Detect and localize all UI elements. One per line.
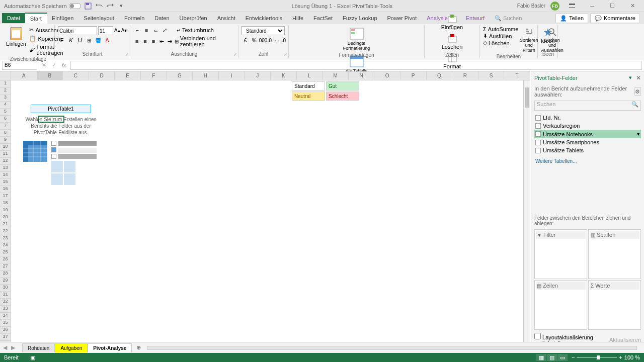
view-normal-icon[interactable]: ▦ <box>536 354 546 361</box>
enter-formula-icon[interactable]: ✓ <box>49 61 58 70</box>
row-header[interactable]: 11 <box>0 151 11 158</box>
tab-einfuegen[interactable]: Einfügen <box>47 13 78 23</box>
tab-seitenlayout[interactable]: Seitenlayout <box>78 13 119 23</box>
fx-icon[interactable]: fx <box>59 61 68 70</box>
col-header[interactable]: F <box>141 71 167 80</box>
insert-cells-button[interactable]: Einfügen <box>428 13 476 31</box>
paste-button[interactable]: Einfügen <box>5 26 27 48</box>
number-launcher-icon[interactable]: ⤢ <box>284 52 287 57</box>
font-name-select[interactable] <box>58 26 97 35</box>
increase-font-icon[interactable]: A▴ <box>114 26 120 34</box>
align-launcher-icon[interactable]: ⤢ <box>233 52 237 57</box>
tab-powerpivot[interactable]: Power Pivot <box>382 13 422 23</box>
row-header[interactable]: 13 <box>0 165 11 172</box>
close-button[interactable]: ✕ <box>625 1 640 11</box>
filter-area[interactable]: ▼ Filter <box>534 229 587 279</box>
col-header[interactable]: K <box>271 71 297 80</box>
add-sheet-icon[interactable]: ⊕ <box>134 343 143 352</box>
row-header[interactable]: 4 <box>0 102 11 109</box>
cancel-formula-icon[interactable]: ✕ <box>39 61 48 70</box>
sheet-tab-aufgaben[interactable]: Aufgaben <box>55 343 88 352</box>
tab-ueberpruefen[interactable]: Überprüfen <box>175 13 212 23</box>
row-header[interactable]: 33 <box>0 306 11 313</box>
align-top-icon[interactable]: ⌐ <box>133 26 141 34</box>
user-avatar[interactable]: FB <box>550 2 559 11</box>
orientation-icon[interactable]: ⤢ <box>160 26 169 34</box>
rows-area[interactable]: ▤ Zeilen <box>534 280 587 330</box>
row-header[interactable]: 29 <box>0 278 11 285</box>
view-break-icon[interactable]: ▭ <box>557 354 568 361</box>
sheet-tab-rohdaten[interactable]: Rohdaten <box>22 343 55 352</box>
pane-close-icon[interactable]: ✕ <box>636 74 641 81</box>
col-header[interactable]: G <box>167 71 193 80</box>
row-header[interactable]: 8 <box>0 130 11 137</box>
tab-hilfe[interactable]: Hilfe <box>287 13 308 23</box>
col-header[interactable]: M <box>323 71 349 80</box>
ribbon-options-icon[interactable] <box>565 1 580 11</box>
row-header[interactable]: 19 <box>0 207 11 214</box>
col-header[interactable]: P <box>400 71 427 80</box>
row-header[interactable]: 3 <box>0 95 11 102</box>
zoom-out-icon[interactable]: − <box>572 354 575 360</box>
wrap-text-button[interactable]: ↵ Textumbruch <box>177 27 214 33</box>
columns-area[interactable]: ▥ Spalten <box>588 229 641 279</box>
vertical-scrollbar[interactable] <box>523 80 530 342</box>
col-header[interactable]: R <box>452 71 478 80</box>
font-launcher-icon[interactable]: ⤢ <box>125 52 129 57</box>
thousand-icon[interactable]: 000 <box>259 36 267 44</box>
tab-file[interactable]: Datei <box>2 13 25 23</box>
col-header[interactable]: Q <box>427 71 453 80</box>
align-middle-icon[interactable]: ≡ <box>142 26 150 34</box>
tab-daten[interactable]: Daten <box>149 13 174 23</box>
fill-color-button[interactable]: 🪣 <box>94 36 102 44</box>
zoom-in-icon[interactable]: + <box>619 354 622 360</box>
horizontal-scrollbar[interactable] <box>147 345 637 351</box>
row-header[interactable]: 7 <box>0 123 11 130</box>
row-header[interactable]: 30 <box>0 285 11 292</box>
dec-decimal-icon[interactable]: ←.0 <box>277 36 285 44</box>
field-umsaetze-tablets[interactable]: Umsätze Tablets <box>534 146 641 154</box>
row-header[interactable]: 35 <box>0 320 11 327</box>
indent-dec-icon[interactable]: ⇤ <box>158 37 165 45</box>
border-button[interactable]: ⊞ <box>85 36 93 44</box>
delete-cells-button[interactable]: Löschen <box>428 32 476 51</box>
row-header[interactable]: 37 <box>0 334 11 341</box>
merge-center-button[interactable]: ⊞ Verbinden und zentrieren <box>175 35 235 47</box>
field-umsaetze-notebooks[interactable]: Umsätze Notebooks▾ <box>534 130 641 138</box>
tab-ansicht[interactable]: Ansicht <box>212 13 240 23</box>
search-box[interactable]: 🔍 Suchen <box>490 13 527 24</box>
row-header[interactable]: 16 <box>0 186 11 193</box>
row-header[interactable]: 15 <box>0 179 11 186</box>
row-header[interactable]: 9 <box>0 137 11 144</box>
col-header[interactable]: L <box>297 71 323 80</box>
minimize-button[interactable]: ─ <box>585 1 600 11</box>
align-left-icon[interactable]: ≡ <box>133 37 140 45</box>
row-header[interactable]: 21 <box>0 221 11 228</box>
row-header[interactable]: 2 <box>0 87 11 95</box>
row-header[interactable]: 24 <box>0 242 11 249</box>
cond-format-button[interactable]: Bedingte Formatierung <box>292 26 421 52</box>
col-header[interactable]: H <box>193 71 219 80</box>
field-verkaufsregion[interactable]: Verkaufsregion <box>534 122 641 130</box>
font-size-select[interactable] <box>98 26 113 35</box>
number-format-select[interactable]: Standard <box>242 26 285 35</box>
sheet-nav-next-icon[interactable]: ▶ <box>11 344 18 351</box>
comments-button[interactable]: 💬 Kommentare <box>590 14 640 23</box>
col-header[interactable]: A <box>11 71 37 80</box>
name-box[interactable] <box>2 61 37 70</box>
col-header[interactable]: B <box>37 71 63 80</box>
row-header[interactable]: 10 <box>0 144 11 151</box>
field-lfdnr[interactable]: Lfd. Nr. <box>534 114 641 122</box>
row-header[interactable]: 26 <box>0 256 11 263</box>
tab-fuzzy[interactable]: Fuzzy Lookup <box>338 13 382 23</box>
row-header[interactable]: 18 <box>0 200 11 207</box>
row-header[interactable]: 34 <box>0 313 11 320</box>
col-header[interactable]: S <box>478 71 505 80</box>
fill-button[interactable]: ⬇ Ausfüllen <box>483 33 518 39</box>
col-header[interactable]: E <box>115 71 141 80</box>
row-header[interactable]: 28 <box>0 270 11 278</box>
more-tables-link[interactable]: Weitere Tabellen... <box>534 157 641 165</box>
underline-button[interactable]: U <box>76 36 84 44</box>
row-header[interactable]: 12 <box>0 158 11 165</box>
font-color-button[interactable]: A <box>103 36 111 44</box>
